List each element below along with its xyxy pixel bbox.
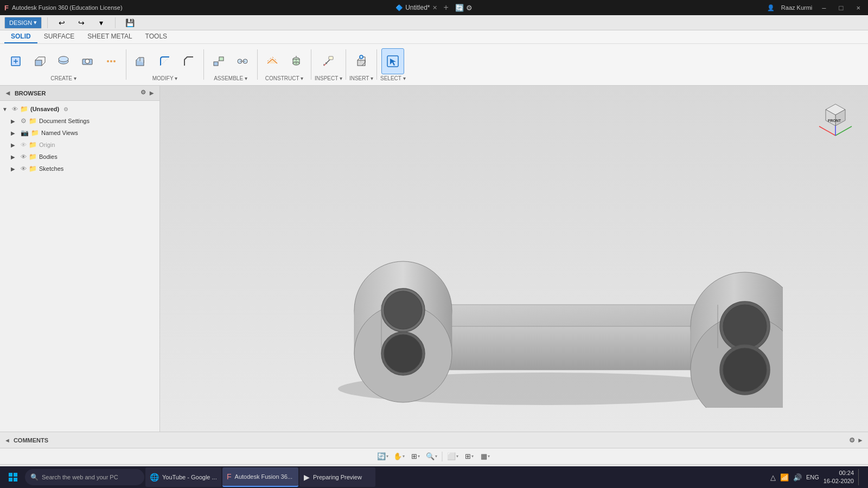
app-icon: F: [4, 4, 9, 12]
orbit-dropdown[interactable]: ▾: [386, 454, 388, 459]
insert-mesh-btn[interactable]: [350, 48, 373, 74]
preview-app-label: Preparing Preview: [313, 474, 362, 480]
tree-item-docsettings[interactable]: ▶ ⚙ 📁 Document Settings: [0, 115, 159, 127]
taskbar-app-preview[interactable]: ▶ Preparing Preview: [299, 467, 375, 487]
new-body-btn[interactable]: [4, 48, 27, 74]
tab-title: Untitled*: [405, 4, 430, 11]
display-mode-btn[interactable]: ⬜ ▾: [446, 451, 460, 463]
viewport[interactable]: Z FRONT: [160, 86, 868, 432]
zoom-fit-dropdown[interactable]: ▾: [418, 454, 420, 459]
tree-eye-bodies[interactable]: 👁: [21, 153, 27, 160]
grid-btn[interactable]: ⊞ ▾: [462, 451, 476, 463]
start-button[interactable]: [2, 467, 24, 487]
user-name: Raaz Kurmi: [781, 4, 812, 11]
notification-icon[interactable]: △: [770, 473, 776, 481]
extrude-btn[interactable]: [28, 48, 51, 74]
svg-line-50: [819, 126, 835, 136]
tree-eye-sketches[interactable]: 👁: [21, 165, 27, 172]
close-btn[interactable]: ×: [853, 3, 864, 13]
tab-close-icon[interactable]: ✕: [432, 4, 437, 11]
toolbar-top-row: DESIGN ▾ ↩ ↪ ▾ 💾: [0, 15, 868, 30]
save-btn[interactable]: 💾: [121, 15, 138, 30]
new-tab-btn[interactable]: +: [444, 3, 449, 12]
redo-btn[interactable]: ↪: [73, 15, 90, 30]
design-label: DESIGN: [9, 20, 32, 26]
maximize-btn[interactable]: □: [836, 3, 847, 13]
svg-point-39: [384, 291, 422, 329]
tree-folder-docsettings: 📁: [29, 117, 37, 125]
tree-item-namedviews[interactable]: ▶ 📷 📁 Named Views: [0, 127, 159, 139]
comments-toggle[interactable]: ◄: [4, 437, 10, 444]
zoom-dropdown[interactable]: ▾: [435, 454, 437, 459]
comments-settings-icon[interactable]: ⚙: [849, 436, 855, 444]
zoom-fit-btn[interactable]: ⊞ ▾: [409, 451, 423, 463]
inspect-label: INSPECT ▾: [315, 75, 342, 81]
pan-icon: ✋: [393, 452, 402, 460]
bottom-toolbar: 🔄 ▾ ✋ ▾ ⊞ ▾ 🔍 ▾ ⬜ ▾ ⊞ ▾ ▦: [0, 448, 868, 464]
taskbar-search-box[interactable]: 🔍 Search the web and your PC: [25, 469, 144, 485]
tree-expand-docsettings[interactable]: ▶: [11, 118, 18, 124]
view-cube[interactable]: Z FRONT: [814, 97, 857, 140]
orbit-btn[interactable]: 🔄 ▾: [376, 451, 390, 463]
chamfer-btn[interactable]: [177, 48, 200, 74]
show-desktop-btn[interactable]: [858, 469, 861, 485]
press-pull-btn[interactable]: [130, 48, 152, 74]
revolve-btn[interactable]: [52, 48, 75, 74]
pan-dropdown[interactable]: ▾: [403, 454, 405, 459]
measure-btn[interactable]: [317, 48, 340, 74]
tab-sheetmetal[interactable]: SHEET METAL: [81, 30, 138, 43]
minimize-btn[interactable]: –: [819, 3, 829, 13]
tree-item-origin[interactable]: ▶ 👁 📁 Origin: [0, 139, 159, 151]
select-label: SELECT ▾: [380, 75, 406, 81]
grid-dropdown[interactable]: ▾: [471, 454, 474, 459]
tree-expand-sketches[interactable]: ▶: [11, 166, 18, 172]
svg-rect-71: [14, 478, 17, 481]
tree-folder-origin: 📁: [29, 141, 37, 149]
comments-expand-icon[interactable]: ►: [857, 436, 864, 444]
pan-btn[interactable]: ✋ ▾: [392, 451, 406, 463]
tree-expand-namedviews[interactable]: ▶: [11, 130, 18, 136]
fillet-btn[interactable]: [154, 48, 176, 74]
offset-plane-btn[interactable]: [261, 48, 284, 74]
motion-link-btn[interactable]: [231, 48, 254, 74]
tree-expand-origin[interactable]: ▶: [11, 142, 18, 148]
tab-solid[interactable]: SOLID: [4, 30, 37, 43]
tab-tools[interactable]: TOOLS: [139, 30, 174, 43]
tree-expand-bodies[interactable]: ▶: [11, 154, 18, 160]
tree-item-root[interactable]: ▼ 👁 📁 (Unsaved) ⚙: [0, 103, 159, 115]
taskbar-app-fusion[interactable]: F Autodesk Fusion 36...: [222, 467, 298, 487]
view-settings-dropdown[interactable]: ▾: [488, 454, 490, 459]
browser-panel: ◄ BROWSER ⚙ ► ▼ 👁 📁 (Unsaved) ⚙ ▶ ⚙ 📁 Do…: [0, 86, 160, 432]
browser-toggle-left[interactable]: ◄: [4, 89, 11, 97]
tree-eye-origin[interactable]: 👁: [21, 142, 27, 148]
axis-btn[interactable]: [285, 48, 308, 74]
tree-camera-icon: 📷: [21, 129, 29, 137]
browser-settings-icon[interactable]: ⚙: [141, 89, 146, 97]
search-placeholder: Search the web and your PC: [42, 474, 118, 480]
more-btn[interactable]: ▾: [92, 15, 110, 30]
display-dropdown[interactable]: ▾: [456, 454, 458, 459]
youtube-app-label: YouTube - Google ...: [162, 474, 217, 480]
browser-header: ◄ BROWSER ⚙ ►: [0, 86, 159, 101]
assemble-label: ASSEMBLE ▾: [214, 75, 247, 81]
zoom-btn[interactable]: 🔍 ▾: [425, 451, 439, 463]
tree-item-sketches[interactable]: ▶ 👁 📁 Sketches: [0, 163, 159, 175]
joint-btn[interactable]: [207, 48, 230, 74]
design-mode-btn[interactable]: DESIGN ▾: [4, 17, 42, 29]
tree-item-bodies[interactable]: ▶ 👁 📁 Bodies: [0, 151, 159, 163]
view-settings-btn[interactable]: ▦ ▾: [478, 451, 493, 463]
undo-btn[interactable]: ↩: [53, 15, 71, 30]
browser-toggle-right[interactable]: ►: [148, 89, 155, 97]
select-group: SELECT ▾: [380, 48, 406, 81]
select-btns: [381, 48, 404, 74]
taskbar-right: △ 📶 🔊 ENG 00:24 16-02-2020: [770, 469, 866, 486]
tree-root-settings[interactable]: ⚙: [63, 106, 68, 112]
tree-eye-root[interactable]: 👁: [12, 106, 18, 112]
zoom-icon: 🔍: [426, 452, 435, 460]
taskbar-app-youtube[interactable]: 🌐 YouTube - Google ...: [145, 467, 221, 487]
tab-surface[interactable]: SURFACE: [37, 30, 81, 43]
bottom-center-controls: 🔄 ▾ ✋ ▾ ⊞ ▾ 🔍 ▾ ⬜ ▾ ⊞ ▾ ▦: [376, 451, 493, 463]
more-create-btn[interactable]: [100, 48, 123, 74]
select-btn[interactable]: [381, 48, 404, 74]
hole-btn[interactable]: [76, 48, 99, 74]
